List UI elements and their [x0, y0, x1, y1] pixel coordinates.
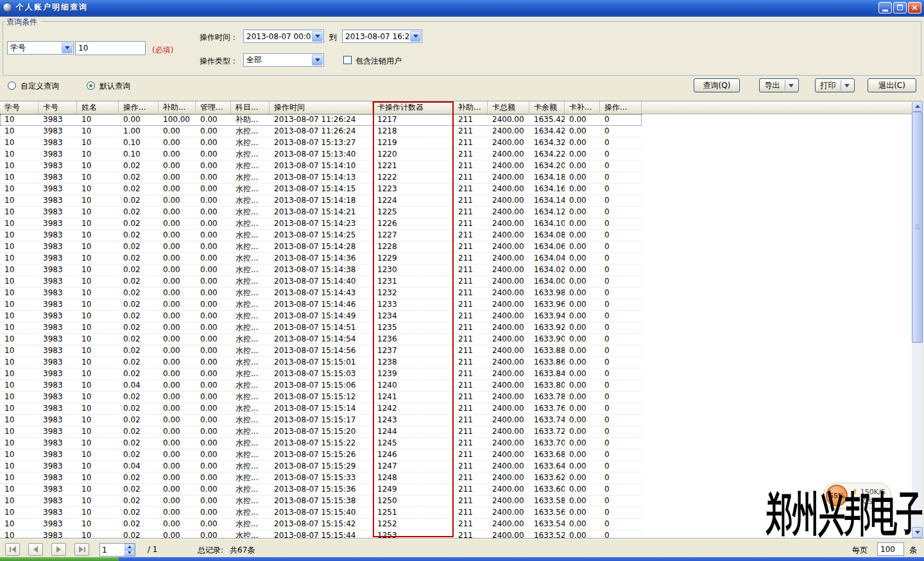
- time-from-picker[interactable]: 2013-08-07 00:00: [243, 30, 324, 43]
- table-row[interactable]: 103983100.020.000.00水控...2013-08-07 15:1…: [0, 172, 642, 184]
- column-header-11[interactable]: 卡余额: [529, 101, 565, 114]
- table-cell: 2013-08-07 15:15:14: [270, 403, 373, 414]
- column-header-9[interactable]: 补助...: [454, 101, 488, 114]
- scrollbar-thumb[interactable]: [912, 112, 923, 343]
- column-header-7[interactable]: 操作时间: [270, 101, 373, 114]
- vertical-scrollbar[interactable]: [912, 101, 923, 538]
- per-page-input[interactable]: [877, 542, 904, 556]
- start-button-sliver[interactable]: [0, 557, 119, 561]
- column-header-6[interactable]: 科目...: [231, 101, 270, 114]
- table-row[interactable]: 103983100.020.000.00水控...2013-08-07 15:1…: [0, 519, 642, 530]
- exit-button[interactable]: 退出(C): [868, 78, 916, 92]
- table-row[interactable]: 103983100.020.000.00水控...2013-08-07 15:1…: [0, 276, 642, 288]
- table-cell: 0: [600, 519, 642, 530]
- column-header-12[interactable]: 卡补...: [565, 101, 600, 114]
- table-row[interactable]: 103983100.00100.000.00补助...2013-08-07 11…: [0, 114, 642, 126]
- table-row[interactable]: 103983101.000.000.00水控...2013-08-07 11:2…: [0, 126, 642, 137]
- next-page-button[interactable]: [51, 543, 66, 556]
- table-cell: 10: [0, 507, 38, 518]
- chevron-down-icon[interactable]: [844, 84, 850, 87]
- table-row[interactable]: 103983100.020.000.00水控...2013-08-07 15:1…: [0, 195, 642, 207]
- table-cell: 1228: [373, 241, 454, 252]
- table-cell: 水控...: [231, 334, 270, 345]
- chevron-down-icon[interactable]: [410, 31, 421, 42]
- column-header-8[interactable]: 卡操作计数器: [373, 101, 454, 114]
- restore-button[interactable]: [893, 2, 907, 13]
- chevron-down-icon[interactable]: [62, 42, 73, 53]
- field-type-select[interactable]: 学号: [7, 41, 74, 55]
- table-row[interactable]: 103983100.020.000.00水控...2013-08-07 15:1…: [0, 530, 642, 538]
- table-row[interactable]: 103983100.020.000.00水控...2013-08-07 15:1…: [0, 392, 642, 403]
- minimize-button[interactable]: [878, 2, 892, 13]
- table-row[interactable]: 103983100.020.000.00水控...2013-08-07 15:1…: [0, 299, 642, 311]
- table-row[interactable]: 103983100.020.000.00水控...2013-08-07 15:1…: [0, 288, 642, 299]
- table-row[interactable]: 103983100.020.000.00水控...2013-08-07 15:1…: [0, 449, 642, 461]
- table-row[interactable]: 103983100.020.000.00水控...2013-08-07 15:1…: [0, 496, 642, 507]
- spin-up-button[interactable]: [124, 544, 135, 550]
- export-button[interactable]: 导出: [759, 78, 799, 92]
- table-row[interactable]: 103983100.020.000.00水控...2013-08-07 15:1…: [0, 472, 642, 484]
- table-row[interactable]: 103983100.020.000.00水控...2013-08-07 15:1…: [0, 264, 642, 276]
- prev-page-button[interactable]: [28, 543, 43, 556]
- last-page-button[interactable]: [74, 543, 89, 556]
- table-row[interactable]: 103983100.020.000.00水控...2013-08-07 15:1…: [0, 322, 642, 334]
- table-row[interactable]: 103983100.020.000.00水控...2013-08-07 15:1…: [0, 207, 642, 218]
- table-row[interactable]: 103983100.020.000.00水控...2013-08-07 15:1…: [0, 368, 642, 380]
- table-row[interactable]: 103983100.100.000.00水控...2013-08-07 15:1…: [0, 149, 642, 160]
- print-button[interactable]: 打印: [815, 78, 855, 92]
- table-row[interactable]: 103983100.020.000.00水控...2013-08-07 15:1…: [0, 253, 642, 264]
- table-cell: 1227: [373, 230, 454, 241]
- default-query-radio[interactable]: [87, 82, 95, 90]
- table-row[interactable]: 103983100.020.000.00水控...2013-08-07 15:1…: [0, 438, 642, 449]
- time-to-picker[interactable]: 2013-08-07 16:21: [342, 30, 422, 43]
- chevron-down-icon[interactable]: [312, 55, 323, 65]
- page-number-input[interactable]: [100, 544, 124, 556]
- table-row[interactable]: 103983100.020.000.00水控...2013-08-07 15:1…: [0, 334, 642, 345]
- column-header-0[interactable]: 学号: [0, 101, 38, 114]
- first-page-button[interactable]: [5, 543, 20, 556]
- column-header-3[interactable]: 操作...: [119, 101, 158, 114]
- column-header-5[interactable]: 管理...: [196, 101, 231, 114]
- column-header-4[interactable]: 补助...: [158, 101, 196, 114]
- column-header-13[interactable]: 操作...: [600, 101, 642, 114]
- table-row[interactable]: 103983100.020.000.00水控...2013-08-07 15:1…: [0, 403, 642, 415]
- table-cell: 211: [454, 264, 488, 275]
- column-header-2[interactable]: 姓名: [77, 101, 119, 114]
- table-row[interactable]: 103983100.020.000.00水控...2013-08-07 15:1…: [0, 484, 642, 496]
- include-cancelled-checkbox[interactable]: [343, 56, 352, 64]
- table-cell: 1249: [373, 484, 454, 495]
- type-select[interactable]: 全部: [243, 53, 324, 67]
- table-cell: 1633.76: [529, 403, 565, 414]
- table-cell: 水控...: [231, 126, 270, 137]
- table-row[interactable]: 103983100.020.000.00水控...2013-08-07 15:1…: [0, 357, 642, 368]
- table-row[interactable]: 103983100.020.000.00水控...2013-08-07 15:1…: [0, 160, 642, 172]
- table-row[interactable]: 103983100.040.000.00水控...2013-08-07 15:1…: [0, 380, 642, 392]
- custom-query-radio[interactable]: [8, 82, 16, 90]
- table-row[interactable]: 103983100.020.000.00水控...2013-08-07 15:1…: [0, 241, 642, 253]
- table-cell: 3983: [38, 484, 77, 495]
- table-row[interactable]: 103983100.020.000.00水控...2013-08-07 15:1…: [0, 507, 642, 519]
- chevron-down-icon[interactable]: [789, 84, 794, 87]
- table-cell: 0.02: [119, 496, 158, 506]
- table-row[interactable]: 103983100.020.000.00水控...2013-08-07 15:1…: [0, 345, 642, 357]
- table-row[interactable]: 103983100.020.000.00水控...2013-08-07 15:1…: [0, 218, 642, 230]
- table-row[interactable]: 103983100.020.000.00水控...2013-08-07 15:1…: [0, 184, 642, 195]
- taskbar[interactable]: [0, 557, 924, 561]
- table-row[interactable]: 103983100.020.000.00水控...2013-08-07 15:1…: [0, 230, 642, 241]
- chevron-down-icon[interactable]: [312, 31, 323, 42]
- table-cell: 2400.00: [488, 345, 529, 356]
- scroll-up-button[interactable]: [912, 101, 923, 112]
- close-button[interactable]: ×: [908, 2, 921, 13]
- query-button[interactable]: 查询(Q): [694, 78, 740, 92]
- table-row[interactable]: 103983100.020.000.00水控...2013-08-07 15:1…: [0, 415, 642, 426]
- table-row[interactable]: 103983100.020.000.00水控...2013-08-07 15:1…: [0, 311, 642, 322]
- table-cell: 2400.00: [488, 288, 529, 298]
- table-row[interactable]: 103983100.100.000.00水控...2013-08-07 15:1…: [0, 137, 642, 149]
- table-row[interactable]: 103983100.020.000.00水控...2013-08-07 15:1…: [0, 426, 642, 438]
- table-row[interactable]: 103983100.040.000.00水控...2013-08-07 15:1…: [0, 461, 642, 472]
- field-value-input[interactable]: [75, 41, 146, 55]
- column-header-10[interactable]: 卡总额: [488, 101, 529, 114]
- table-cell: 3983: [38, 149, 77, 160]
- spin-down-button[interactable]: [124, 550, 135, 557]
- column-header-1[interactable]: 卡号: [38, 101, 77, 114]
